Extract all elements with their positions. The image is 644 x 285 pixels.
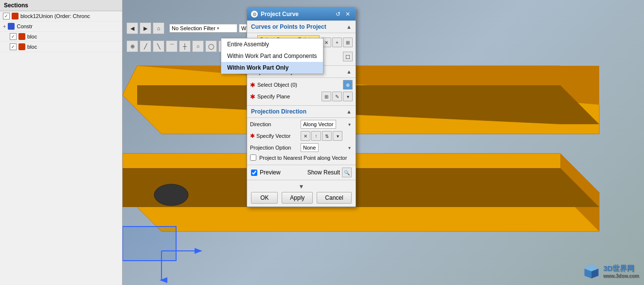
dialog-title-text: Project Curve <box>261 11 299 18</box>
toolbar-row-1: ◀ ▶ ⌂ No Selection Filter ▾ Within Work … <box>123 19 644 37</box>
plus-icon: + <box>3 23 6 29</box>
dialog-restore-btn[interactable]: ↺ <box>334 10 342 18</box>
dropdown-item-entire-assembly[interactable]: Entire Assembly <box>221 38 323 50</box>
sidebar: Sections ✓ block12Union (Order: Chronc +… <box>0 0 123 285</box>
svg-rect-7 <box>123 227 176 261</box>
curves-section-header[interactable]: Curves or Points to Project ▲ <box>247 20 356 33</box>
vector-invert-btn[interactable]: ⇅ <box>322 131 332 141</box>
nearest-point-row: Project to Nearest Point along Vector <box>250 154 353 161</box>
proj-option-select-wrap[interactable]: None <box>301 143 353 152</box>
sidebar-item-text-bloc1: bloc <box>27 34 37 39</box>
preview-left: Preview <box>251 169 281 176</box>
direction-label: Direction <box>250 121 299 127</box>
apply-button[interactable]: Apply <box>282 192 313 204</box>
projection-section-chevron: ▲ <box>346 109 352 114</box>
specify-plane-row: ✱ Specify Plane ⊞ ✎ ▾ <box>250 92 353 101</box>
specify-origin-btn[interactable]: □ <box>343 52 353 61</box>
end-point-btn[interactable]: ┼ <box>179 40 191 52</box>
specify-vector-buttons: ✕ ↑ ⇅ ▾ <box>301 131 342 141</box>
direction-select-wrap[interactable]: Along Vector <box>301 120 353 129</box>
dialog-footer: ▼ OK Apply Cancel <box>247 180 356 207</box>
viewport-3d <box>123 56 644 285</box>
selection-filter-label: No Selection Filter <box>172 25 215 31</box>
scroll-indicator: ▼ <box>299 183 304 190</box>
scope-dropdown-menu: Entire Assembly Within Work Part and Com… <box>221 38 323 74</box>
sidebar-item-bloc2[interactable]: ✓ bloc <box>0 42 122 52</box>
main-area: ◀ ▶ ⌂ No Selection Filter ▾ Within Work … <box>123 0 644 285</box>
dialog-title-right: ↺ ✕ <box>334 10 352 18</box>
preview-checkbox[interactable] <box>251 170 257 176</box>
arc-btn[interactable]: ⌒ <box>166 40 178 52</box>
projection-section-header[interactable]: Projection Direction ▲ <box>247 105 356 118</box>
curves-section-chevron: ▲ <box>346 24 352 30</box>
nav-forward-btn[interactable]: ▶ <box>140 22 151 34</box>
nav-home-btn[interactable]: ⌂ <box>153 22 164 34</box>
specify-plane-label: Specify Plane <box>257 94 320 99</box>
svg-point-6 <box>154 184 188 206</box>
dialog-close-btn[interactable]: ✕ <box>344 10 352 18</box>
ok-button[interactable]: OK <box>251 192 278 204</box>
nav-back-btn[interactable]: ◀ <box>126 22 138 34</box>
sidebar-item-text-constr: Constr <box>17 23 32 29</box>
selection-filter-arrow: ▾ <box>217 26 219 31</box>
vector-drop-btn[interactable]: ▾ <box>333 131 342 141</box>
point-on-curve-btn[interactable]: ╱ <box>140 40 151 52</box>
circle2-btn[interactable]: ◯ <box>205 40 217 52</box>
select-object-btn[interactable]: ⊕ <box>343 80 353 90</box>
sidebar-item-block12[interactable]: ✓ block12Union (Order: Chronc <box>0 11 122 21</box>
objects-section-content: ✱ Select Object (0) ⊕ ✱ Specify Plane ⊞ … <box>247 78 356 105</box>
sidebar-item-text-bloc2: bloc <box>27 44 37 50</box>
select-object-star: ✱ <box>250 81 255 89</box>
checkbox-bloc1[interactable]: ✓ <box>10 33 17 40</box>
checkbox-bloc2[interactable]: ✓ <box>10 43 17 50</box>
item-icon-bloc1 <box>18 33 25 40</box>
specify-plane-star: ✱ <box>250 93 255 100</box>
checkbox-block12[interactable]: ✓ <box>3 13 10 19</box>
projection-section-title: Projection Direction <box>251 108 306 115</box>
sidebar-item-bloc1[interactable]: ✓ bloc <box>0 32 122 42</box>
proj-option-select[interactable]: None <box>301 143 319 152</box>
curves-section-title: Curves or Points to Project <box>251 23 326 30</box>
vector-x-btn[interactable]: ✕ <box>301 131 310 141</box>
preview-label: Preview <box>260 169 281 176</box>
plane-edit-btn[interactable]: ✎ <box>332 92 342 101</box>
plane-drop-btn[interactable]: ▾ <box>343 92 353 101</box>
direction-select[interactable]: Along Vector <box>301 120 336 129</box>
plane-square-btn[interactable]: ⊞ <box>322 92 331 101</box>
sidebar-header: Sections <box>0 0 122 11</box>
project-curve-dialog: ⚙ Project Curve ↺ ✕ Curves or Points to … <box>247 7 356 207</box>
snap-icon-btn[interactable]: ⊕ <box>126 40 138 52</box>
show-result-btn[interactable]: 🔍 <box>342 168 352 177</box>
footer-buttons: OK Apply Cancel <box>251 192 351 204</box>
projection-section-content: Direction Along Vector ✱ Specify Vector … <box>247 118 356 165</box>
specify-plane-buttons: ⊞ ✎ ▾ <box>322 92 353 101</box>
preview-right: Show Result 🔍 <box>307 168 352 177</box>
nearest-point-label: Project to Nearest Point along Vector <box>259 155 347 161</box>
watermark-cube-icon <box>583 263 600 280</box>
toolbar-row-2: ⊕ ╱ ╲ ⌒ ┼ ○ ◯ + ╱ ◻ ◼ ⊞ Infer Curves <box>123 38 644 55</box>
specify-vector-row: ✱ Specify Vector ✕ ↑ ⇅ ▾ <box>250 131 353 141</box>
objects-section-chevron: ▲ <box>346 69 352 75</box>
dialog-titlebar: ⚙ Project Curve ↺ ✕ <box>247 8 356 20</box>
circle-btn[interactable]: ○ <box>192 40 204 52</box>
vector-up-btn[interactable]: ↑ <box>311 131 321 141</box>
item-icon-block12 <box>12 13 18 19</box>
direction-row: Direction Along Vector <box>250 120 353 129</box>
dropdown-item-work-part-components[interactable]: Within Work Part and Components <box>221 50 323 62</box>
watermark: 3D世界网 www.3dsw.com <box>583 263 639 280</box>
sidebar-item-text-block12: block12Union (Order: Chronc <box>20 13 90 19</box>
nearest-point-checkbox[interactable] <box>250 154 256 161</box>
item-icon-constr <box>8 23 15 30</box>
preview-row: Preview Show Result 🔍 <box>247 165 356 180</box>
gear-icon: ⚙ <box>251 11 258 18</box>
proj-option-row: Projection Option None <box>250 143 353 152</box>
cancel-button[interactable]: Cancel <box>317 192 351 204</box>
curve-add-btn[interactable]: + <box>332 38 342 47</box>
curve-filter-btn[interactable]: ⊞ <box>343 38 353 47</box>
line-btn[interactable]: ╲ <box>153 40 164 52</box>
selection-filter-select[interactable]: No Selection Filter ▾ <box>169 24 237 33</box>
sidebar-item-constr[interactable]: + Constr <box>0 21 122 32</box>
show-result-label: Show Result <box>307 169 340 176</box>
dialog-title-left: ⚙ Project Curve <box>251 11 299 18</box>
dropdown-item-work-part-only[interactable]: Within Work Part Only <box>221 62 323 74</box>
